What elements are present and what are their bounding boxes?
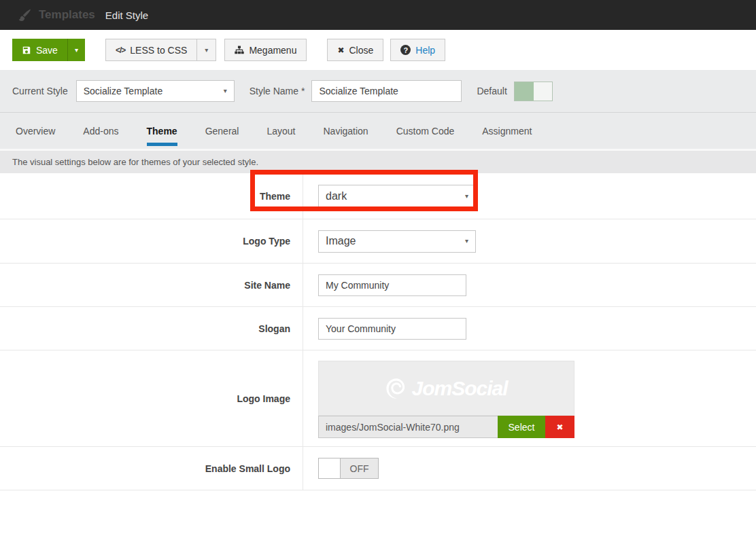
tab-layout[interactable]: Layout <box>267 113 295 149</box>
style-name-input[interactable] <box>311 80 462 102</box>
theme-settings-form: Theme dark ▾ Logo Type Image ▾ Site Name… <box>0 173 756 490</box>
close-label: Close <box>349 45 374 56</box>
theme-value: dark <box>326 190 347 202</box>
default-toggle[interactable] <box>514 82 553 101</box>
remove-icon: ✖ <box>556 422 563 432</box>
theme-row: Theme dark ▾ <box>0 173 756 219</box>
tab-label: Add-ons <box>83 126 118 137</box>
save-label: Save <box>36 45 58 56</box>
notice-bar: The visual settings below are for themes… <box>0 151 756 173</box>
megamenu-label: Megamenu <box>249 45 296 56</box>
megamenu-button[interactable]: Megamenu <box>224 39 307 61</box>
logo-image-widget: JomSocial images/JomSocial-White70.png S… <box>318 361 574 438</box>
enable-small-logo-toggle[interactable]: OFF <box>318 458 379 479</box>
notice-text: The visual settings below are for themes… <box>12 157 258 167</box>
logo-file-row: images/JomSocial-White70.png Select ✖ <box>318 416 574 438</box>
close-icon: ✖ <box>337 46 344 55</box>
page-title: Edit Style <box>105 10 148 21</box>
save-dropdown-toggle[interactable]: ▾ <box>67 39 85 61</box>
logo-type-row: Logo Type Image ▾ <box>0 219 756 264</box>
current-style-value: Socialize Template <box>84 86 162 96</box>
paintbrush-icon <box>17 8 31 22</box>
help-label: Help <box>415 45 435 56</box>
less-to-css-button-group: </> LESS to CSS ▾ <box>105 39 216 61</box>
logo-type-value: Image <box>326 235 356 247</box>
default-label: Default <box>477 86 506 96</box>
theme-select[interactable]: dark ▾ <box>318 185 476 207</box>
tab-bar: Overview Add-ons Theme General Layout Na… <box>0 112 756 149</box>
chevron-down-icon: ▾ <box>75 47 78 54</box>
swirl-icon <box>385 377 408 400</box>
slogan-row: Slogan <box>0 307 756 350</box>
logo-image-preview: JomSocial <box>318 361 574 416</box>
code-icon: </> <box>116 46 125 55</box>
jomsocial-logo: JomSocial <box>385 377 507 400</box>
less-to-css-button[interactable]: </> LESS to CSS <box>105 39 197 61</box>
tab-assignment[interactable]: Assignment <box>482 113 532 149</box>
site-name-row: Site Name <box>0 264 756 307</box>
top-header: Templates Edit Style <box>0 0 756 30</box>
close-button[interactable]: ✖ Close <box>327 39 383 61</box>
enable-small-logo-label: Enable Small Logo <box>0 447 303 490</box>
tab-navigation[interactable]: Navigation <box>324 113 368 149</box>
tab-general[interactable]: General <box>205 113 239 149</box>
logo-type-select[interactable]: Image ▾ <box>318 230 476 253</box>
toggle-on-half <box>515 82 534 101</box>
site-name-input[interactable] <box>318 274 466 296</box>
toggle-state-label: OFF <box>341 458 378 478</box>
floppy-disk-icon <box>22 46 31 55</box>
theme-label: Theme <box>0 173 303 219</box>
tab-label: Navigation <box>324 126 368 137</box>
chevron-down-icon: ▾ <box>465 193 468 200</box>
logo-image-label: Logo Image <box>0 350 303 446</box>
slogan-label: Slogan <box>0 307 303 350</box>
tab-overview[interactable]: Overview <box>16 113 55 149</box>
tab-theme[interactable]: Theme <box>147 113 177 149</box>
tab-add-ons[interactable]: Add-ons <box>83 113 118 149</box>
save-button-group: Save ▾ <box>12 39 85 61</box>
less-to-css-dropdown-toggle[interactable]: ▾ <box>197 39 216 61</box>
remove-image-button[interactable]: ✖ <box>545 416 574 438</box>
enable-small-logo-row: Enable Small Logo OFF <box>0 447 756 490</box>
logo-wordmark: JomSocial <box>411 377 507 400</box>
toolbar: Save ▾ </> LESS to CSS ▾ Megamenu ✖ Clos… <box>0 30 756 70</box>
tab-label: Theme <box>147 126 177 137</box>
current-style-select[interactable]: Socialize Template ▾ <box>76 80 235 102</box>
app-title: Templates <box>39 8 95 22</box>
site-name-label: Site Name <box>0 264 303 306</box>
help-button[interactable]: ? Help <box>390 39 445 61</box>
slogan-input[interactable] <box>318 318 466 340</box>
tab-label: General <box>205 126 239 137</box>
toggle-off-half <box>534 82 552 101</box>
tab-custom-code[interactable]: Custom Code <box>396 113 455 149</box>
tab-label: Assignment <box>482 126 532 137</box>
logo-type-label: Logo Type <box>0 219 303 263</box>
tab-label: Layout <box>267 126 295 137</box>
select-image-button[interactable]: Select <box>498 416 545 438</box>
style-settings-bar: Current Style Socialize Template ▾ Style… <box>0 70 756 112</box>
toggle-knob <box>319 458 341 478</box>
question-circle-icon: ? <box>400 45 411 55</box>
chevron-down-icon: ▾ <box>224 88 227 94</box>
current-style-label: Current Style <box>12 86 68 96</box>
chevron-down-icon: ▾ <box>465 238 468 245</box>
tab-label: Custom Code <box>396 126 455 137</box>
style-name-label: Style Name * <box>250 86 305 96</box>
logo-path-field[interactable]: images/JomSocial-White70.png <box>318 416 498 438</box>
tab-label: Overview <box>16 126 55 137</box>
sitemap-icon <box>235 46 244 55</box>
less-to-css-label: LESS to CSS <box>130 45 187 56</box>
logo-image-row: Logo Image JomSocial images/JomSocial-Wh… <box>0 350 756 447</box>
chevron-down-icon: ▾ <box>205 47 208 54</box>
save-button[interactable]: Save <box>12 39 67 61</box>
